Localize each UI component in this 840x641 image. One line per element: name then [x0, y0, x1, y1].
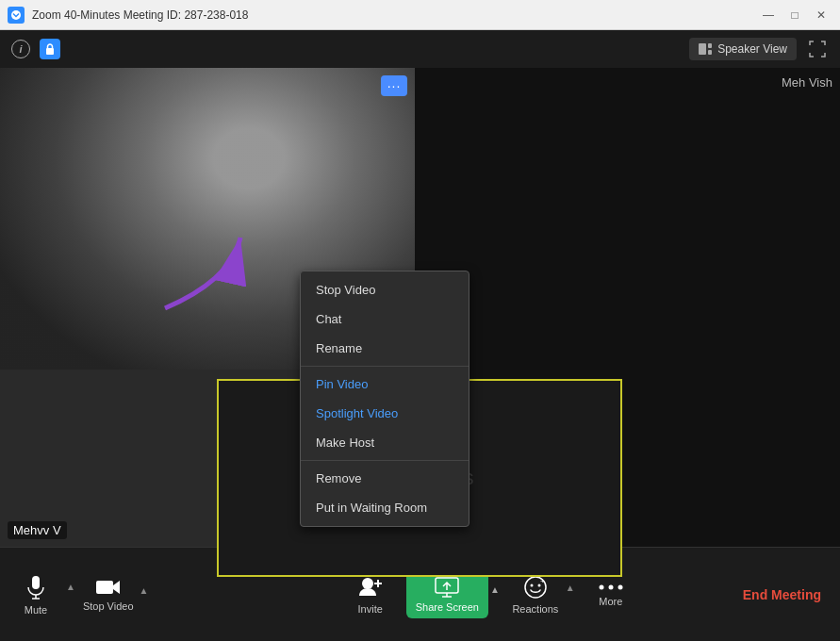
info-icon[interactable]: i	[11, 40, 30, 58]
share-screen-group: Share Screen ▲	[406, 571, 500, 618]
top-toolbar: i Speaker View	[0, 30, 840, 68]
context-pin-video[interactable]: Pin Video	[301, 370, 469, 399]
speaker-view-button[interactable]: Speaker View	[689, 38, 797, 60]
stop-video-label: Stop Video	[83, 600, 134, 612]
reactions-icon: +	[523, 575, 548, 600]
more-button[interactable]: More	[583, 577, 639, 613]
svg-rect-3	[708, 43, 712, 48]
svg-rect-9	[96, 581, 113, 594]
svg-point-10	[362, 578, 373, 589]
share-screen-icon	[435, 577, 459, 598]
top-right-controls: Speaker View	[689, 38, 829, 60]
participant-right-name: Meh Vish	[782, 75, 832, 90]
minimize-button[interactable]: —	[757, 4, 780, 26]
reactions-label: Reactions	[512, 603, 558, 615]
context-rename[interactable]: Rename	[301, 334, 469, 363]
mute-chevron[interactable]: ▲	[66, 582, 75, 592]
invite-label: Invite	[358, 603, 383, 615]
end-meeting-button[interactable]: End Meeting	[735, 583, 829, 606]
svg-point-0	[11, 10, 21, 20]
arrow-pointer	[146, 223, 259, 327]
invite-icon	[357, 575, 384, 600]
svg-rect-4	[708, 50, 712, 55]
mute-label: Mute	[25, 604, 47, 616]
svg-rect-1	[46, 48, 54, 55]
svg-text:+: +	[540, 577, 545, 585]
top-left-controls: i	[11, 39, 60, 59]
stop-video-button[interactable]: Stop Video	[79, 572, 138, 617]
share-screen-label: Share Screen	[416, 601, 479, 613]
share-screen-button[interactable]: Share Screen	[406, 571, 488, 618]
reactions-chevron[interactable]: ▲	[566, 583, 575, 593]
participant-options-button[interactable]: ···	[381, 75, 407, 96]
video-icon	[95, 578, 122, 597]
svg-point-20	[599, 584, 603, 589]
window-controls: — □ ✕	[757, 4, 832, 26]
participant-left-name: Mehvv V	[8, 521, 67, 539]
svg-point-17	[530, 583, 533, 586]
menu-divider-2	[301, 460, 469, 461]
app-icon	[8, 7, 25, 24]
video-area: ··· Mehvv V Meh Vish Stop Video Chat Ren…	[0, 68, 840, 547]
share-chevron[interactable]: ▲	[490, 584, 500, 595]
microphone-icon	[25, 574, 47, 600]
mute-group: Mute ▲	[8, 568, 75, 621]
mute-button[interactable]: Mute	[8, 568, 64, 621]
context-make-host[interactable]: Make Host	[301, 428, 469, 457]
maximize-button[interactable]: □	[783, 4, 806, 26]
fullscreen-icon[interactable]	[806, 38, 829, 60]
context-chat[interactable]: Chat	[301, 304, 469, 334]
context-menu: Stop Video Chat Rename Pin Video Spotlig…	[300, 271, 469, 527]
close-button[interactable]: ✕	[810, 4, 832, 26]
context-spotlight-video[interactable]: Spotlight Video	[301, 399, 469, 428]
window-title: Zoom 40-Minutes Meeting ID: 287-238-018	[32, 8, 757, 22]
svg-point-21	[608, 584, 613, 589]
context-remove[interactable]: Remove	[301, 464, 469, 493]
menu-divider	[301, 366, 469, 367]
svg-rect-2	[699, 43, 706, 55]
svg-rect-6	[32, 576, 40, 589]
more-icon	[598, 583, 624, 592]
context-stop-video[interactable]: Stop Video	[301, 275, 469, 304]
lock-icon[interactable]	[40, 39, 60, 59]
context-waiting-room[interactable]: Put in Waiting Room	[301, 493, 469, 522]
titlebar: Zoom 40-Minutes Meeting ID: 287-238-018 …	[0, 0, 840, 30]
svg-point-22	[618, 584, 622, 589]
more-label: More	[599, 596, 622, 607]
stop-video-group: Stop Video ▲	[79, 572, 149, 617]
video-chevron[interactable]: ▲	[140, 585, 149, 596]
